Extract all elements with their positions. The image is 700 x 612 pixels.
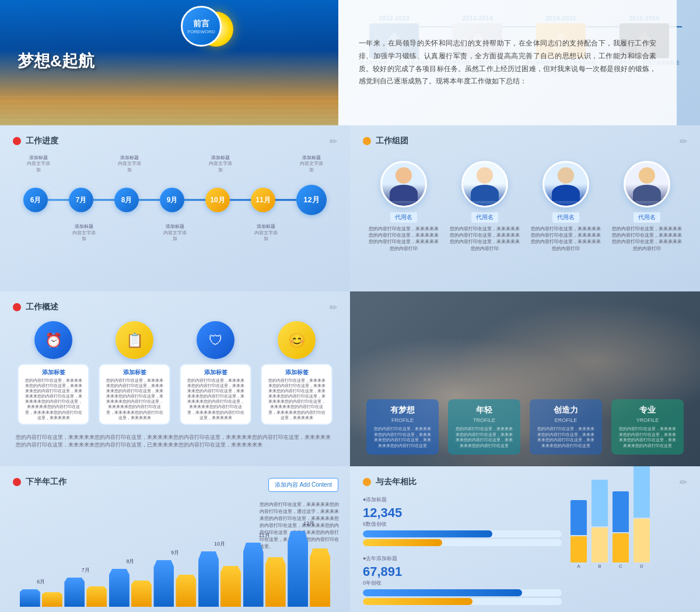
comp-bar-group-4: D (634, 466, 650, 569)
month-note-5 (208, 224, 233, 242)
bar-blue-7 (64, 578, 85, 607)
member-name-1: 代用名 (390, 212, 417, 223)
avatar-body-2 (471, 185, 499, 201)
month-label-above-1: 添加标题内容文字添加 (26, 155, 51, 173)
top-left-panel: 梦想&起航 前言 FOREWORD (0, 0, 338, 125)
bar-blue-6 (20, 589, 40, 607)
red-dot-1 (13, 137, 21, 145)
month-label-above-7: 添加标题内容文字添加 (299, 155, 324, 173)
next-half-year-card: 下半年工作 ✏ 添加内容 Add Content 您的内容打印在这里，来来来来来… (0, 466, 350, 612)
member-name-3: 代用名 (552, 212, 579, 223)
top-left-content: 梦想&起航 (18, 50, 94, 75)
profile-card-3: 创造力 EROFILE 您的内容打印在这里，来来来来来您的内容打印在这里，来来来… (530, 399, 601, 455)
icon-badge-3: 添加标签 您的内容打印在这里，来来来来来您的内容打印在这里，来来来来来您的内容打… (180, 364, 251, 425)
icon-badge-title-1: 添加标签 (23, 368, 83, 377)
profile-cards: 有梦想 FROFILE 您的内容打印在这里，来来来来来您的内容打印在这里，来来来… (350, 399, 700, 455)
progress-bar-1 (363, 530, 562, 537)
bar-group-10: 10月 (198, 540, 241, 607)
orange-dot-team (363, 137, 371, 145)
row-2: 工作进度 ✏ 添加标题内容文字添加 添加标题内容文字添加 添加标题内容文字添加 … (0, 125, 700, 291)
month-label-above-5: 添加标题内容文字添加 (208, 155, 233, 173)
progress-bar-1b (363, 539, 562, 546)
progress-fill-1 (363, 530, 492, 537)
comp-bar-label-2: B (598, 564, 601, 569)
foreword-cn: 前言 (193, 19, 209, 29)
comp-bar-gold-2 (592, 527, 608, 562)
profile-title-2: 年轻 (455, 405, 513, 416)
bar-gold-8 (131, 581, 152, 607)
avatar-face-3 (558, 167, 574, 184)
bar-group-7: 7月 (64, 567, 107, 607)
month-bubble-7: 7月 (69, 188, 93, 212)
icon-badge-title-2: 添加标签 (104, 368, 164, 377)
comp-bar-group-2: B (592, 480, 608, 569)
red-dot-overview (13, 303, 21, 311)
bar-group-12: 12月 (288, 520, 330, 607)
month-bubble-8: 8月 (114, 188, 139, 212)
comp-bar-blue-3 (612, 491, 629, 532)
edit-icon-1[interactable]: ✏ (330, 136, 337, 147)
icon-card-3: 🛡 添加标签 您的内容打印在这里，来来来来来您的内容打印在这里，来来来来来您的内… (180, 321, 251, 425)
months-note-below-row: 添加标题内容文字添加 添加标题内容文字添加 添加标题内容文字添加 (13, 224, 337, 242)
icon-card-4: 😊 添加标签 您的内容打印在这里，来来来来来您的内容打印在这里，来来来来来您的内… (261, 321, 332, 425)
month-label-above-3: 添加标题内容文字添加 (117, 155, 142, 173)
profile-title-1: 有梦想 (373, 405, 431, 416)
overview-icon-2: 📋 (116, 321, 153, 359)
work-overview-title: 工作概述 (26, 302, 58, 312)
month-note-3 (117, 224, 142, 242)
work-overview-header: 工作概述 (13, 302, 337, 312)
bar-blue-8 (109, 569, 130, 607)
profile-title-3: 创造力 (537, 405, 594, 416)
compare-chart: A B C D (570, 496, 687, 572)
member-avatar-2 (461, 161, 508, 207)
month-label-above-6 (254, 155, 278, 173)
stat-number-2: 67,891 (363, 564, 562, 579)
icon-badge-title-4: 添加标签 (267, 368, 326, 377)
stat-sub-1: 6数值创收 (363, 520, 562, 528)
comp-bar-blue-2 (592, 480, 608, 526)
avatar-face-2 (477, 167, 493, 184)
comp-bar-blue-4 (634, 466, 650, 518)
member-name-2: 代用名 (471, 212, 498, 223)
progress-bar-2 (363, 589, 562, 596)
work-progress-header: 工作进度 (13, 136, 337, 146)
avatar-face-4 (639, 167, 655, 184)
member-avatar-4 (624, 161, 670, 207)
comp-bar-gold-1 (570, 536, 587, 562)
bar-label-11: 11月 (259, 532, 270, 539)
intro-text: 一年来，在局领导的关怀和同志们的支持帮助下，在全体同志们的支持配合下，我履行工作… (359, 37, 656, 87)
row-4: 下半年工作 ✏ 添加内容 Add Content 您的内容打印在这里，来来来来来… (0, 466, 700, 612)
work-progress-card: 工作进度 ✏ 添加标题内容文字添加 添加标题内容文字添加 添加标题内容文字添加 … (0, 125, 350, 291)
profile-desc-1: 您的内容打印在这里，来来来来来您的内容打印在这里，来来来来来您的内容打印在这里，… (373, 426, 431, 449)
member-desc-3: 您的内容打印在这里，来来来来来您的内容打印在这里，来来来来来您的内容打印在这里，… (530, 226, 601, 252)
member-desc-1: 您的内容打印在这里，来来来来来您的内容打印在这里，来来来来来您的内容打印在这里，… (368, 226, 439, 252)
team-member-1: 代用名 您的内容打印在这里，来来来来来您的内容打印在这里，来来来来来您的内容打印… (368, 161, 439, 252)
overview-icon-3: 🛡 (197, 321, 235, 359)
edit-icon-team[interactable]: ✏ (680, 136, 687, 147)
bar-blue-10 (198, 551, 219, 607)
profile-desc-2: 您的内容打印在这里，来来来来来您的内容打印在这里，来来来来来您的内容打印在这里，… (455, 426, 513, 449)
icon-badge-title-3: 添加标签 (186, 368, 245, 377)
edit-icon-overview[interactable]: ✏ (330, 302, 337, 313)
profile-title-4: 专业 (618, 405, 676, 416)
icon-badge-desc-3: 您的内容打印在这里，来来来来来您的内容打印在这里，来来来来来您的内容打印在这里，… (186, 378, 245, 420)
work-team-card: 工作组团 ✏ 代用名 您的内容打印在这里，来来来来来您的内容打印在这里，来来来来… (350, 125, 700, 291)
bar-gold-9 (176, 575, 196, 607)
orange-dot-compare (363, 478, 371, 486)
water-lines-decoration (0, 96, 338, 125)
avatar-person-1 (382, 163, 425, 206)
bar-blue-9 (153, 560, 174, 607)
bar-group-6: 6月 (20, 578, 62, 607)
compare-content: ●添加标题 12,345 6数值创收 ●去年添加标题 67,891 0年创收 (363, 496, 687, 612)
edit-icon-compare[interactable]: ✏ (680, 477, 687, 488)
icon-card-1: ⏰ 添加标签 您的内容打印在这里，来来来来来您的内容打印在这里，来来来来来您的内… (18, 321, 89, 425)
icon-badge-desc-4: 您的内容打印在这里，来来来来来您的内容打印在这里，来来来来来您的内容打印在这里，… (267, 378, 326, 420)
dream-title: 梦想&起航 (18, 50, 94, 72)
bar-blue-11 (243, 543, 264, 607)
bar-group-11: 11月 (243, 532, 286, 607)
icon-badge-2: 添加标签 您的内容打印在这里，来来来来来您的内容打印在这里，来来来来来您的内容打… (99, 364, 170, 425)
bar-gold-6 (42, 592, 62, 607)
add-content-badge[interactable]: 添加内容 Add Content (268, 478, 338, 492)
profile-card-1: 有梦想 FROFILE 您的内容打印在这里，来来来来来您的内容打印在这里，来来来… (366, 399, 438, 455)
stat-block-1: ●添加标题 12,345 6数值创收 (363, 496, 562, 546)
